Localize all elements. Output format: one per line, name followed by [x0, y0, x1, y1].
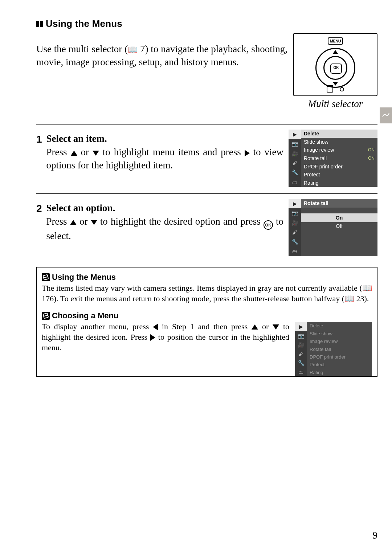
section-tab-icon — [380, 107, 392, 123]
note-text: The items listed may vary with camera se… — [42, 283, 372, 304]
step-number: 2 — [36, 203, 42, 243]
menu-item: Image reviewON — [301, 146, 377, 154]
camera-screenshot-3: ▶ 📷 🎥 🖌 🔧 🗃 DeleteSlide showImage review… — [295, 322, 372, 376]
option-item: Off — [301, 222, 377, 231]
ok-key-icon: OK — [330, 64, 342, 74]
step-body: Press or to highlight menu items and pre… — [46, 146, 283, 172]
camera-screenshot-2: ▶ 📷 🎥 🖌 🔧 🗃 Rotate tallOnOff — [289, 199, 377, 256]
tab-shooting-icon: 📷 — [289, 139, 301, 148]
tab-retouch-icon: 🖌 — [295, 349, 307, 358]
figure-caption: Multi selector — [293, 98, 377, 110]
page-number: 9 — [373, 530, 378, 541]
menu-item: Delete — [307, 322, 372, 330]
submenu-header: Rotate tall — [301, 199, 377, 208]
note-box: Using the Menus The items listed may var… — [36, 267, 377, 377]
menu-item: Rating — [307, 369, 372, 376]
menu-item: Slide show — [307, 330, 372, 337]
tab-movie-icon: 🎥 — [295, 340, 307, 349]
menu-item: Rating — [301, 179, 377, 187]
up-arrow-icon — [333, 50, 338, 54]
menu-item: Protect — [301, 171, 377, 179]
tab-playback-icon: ▶ — [289, 130, 301, 139]
multi-selector-figure: MENU OK — [293, 33, 377, 96]
up-arrow-icon — [252, 324, 258, 330]
left-arrow-icon — [153, 324, 158, 330]
menu-item: DPOF print order — [307, 353, 372, 361]
right-arrow-icon — [150, 334, 155, 341]
rec-indicator-icon — [340, 87, 344, 91]
tab-recent-icon: 🗃 — [289, 247, 301, 256]
menu-item: Delete — [301, 130, 377, 138]
ok-button-icon: OK — [264, 220, 273, 230]
down-arrow-icon — [93, 151, 99, 156]
tab-movie-icon: 🎥 — [289, 149, 301, 158]
down-arrow-icon — [333, 82, 338, 86]
menu-item: DPOF print order — [301, 162, 377, 171]
page-ref-icon: 📖 — [128, 45, 138, 54]
down-arrow-icon — [273, 324, 279, 330]
tab-retouch-icon: 🖌 — [289, 228, 301, 237]
tab-retouch-icon: 🖌 — [289, 158, 301, 168]
tab-setup-icon: 🔧 — [289, 168, 301, 177]
right-arrow-icon — [245, 150, 250, 156]
tab-playback-icon: ▶ — [295, 322, 307, 331]
note-badge-icon — [42, 312, 50, 320]
tab-setup-icon: 🔧 — [295, 358, 307, 367]
trash-icon — [327, 86, 333, 93]
up-arrow-icon — [70, 220, 77, 225]
heading-title: Using the Menus — [46, 18, 122, 29]
heading-marker-icon — [36, 21, 43, 27]
tab-shooting-icon: 📷 — [295, 331, 307, 340]
note-heading: Choosing a Menu — [52, 312, 118, 320]
tab-movie-icon: 🎥 — [289, 218, 301, 228]
menu-item: Rotate tallON — [301, 154, 377, 163]
menu-item: Protect — [307, 361, 372, 368]
step-title: Select an option. — [46, 203, 283, 214]
section-heading: Using the Menus — [36, 18, 377, 29]
tab-recent-icon: 🗃 — [295, 367, 307, 376]
tab-recent-icon: 🗃 — [289, 177, 301, 187]
down-arrow-icon — [91, 220, 97, 225]
tab-setup-icon: 🔧 — [289, 237, 301, 246]
note-text: To display another menu, press in Step 1… — [42, 321, 289, 353]
tab-shooting-icon: 📷 — [289, 208, 301, 218]
menu-button-label: MENU — [328, 37, 343, 45]
manual-page: Using the Menus Use the multi selector (… — [0, 0, 392, 552]
menu-item: Slide show — [301, 138, 377, 146]
option-item: On — [301, 213, 377, 222]
step-body: Press or to highlight the desired option… — [46, 215, 283, 243]
note-heading: Using the Menus — [52, 273, 116, 281]
tab-playback-icon: ▶ — [289, 199, 301, 208]
menu-item: Rotate tall — [307, 345, 372, 353]
step-title: Select an item. — [46, 133, 283, 144]
up-arrow-icon — [71, 151, 77, 156]
camera-screenshot-1: ▶ 📷 🎥 🖌 🔧 🗃 DeleteSlide showImage review… — [289, 130, 377, 187]
step-number: 1 — [36, 133, 42, 172]
note-badge-icon — [42, 273, 50, 281]
intro-paragraph: Use the multi selector (📖 7) to navigate… — [36, 43, 287, 69]
menu-item: Image review — [307, 338, 372, 345]
